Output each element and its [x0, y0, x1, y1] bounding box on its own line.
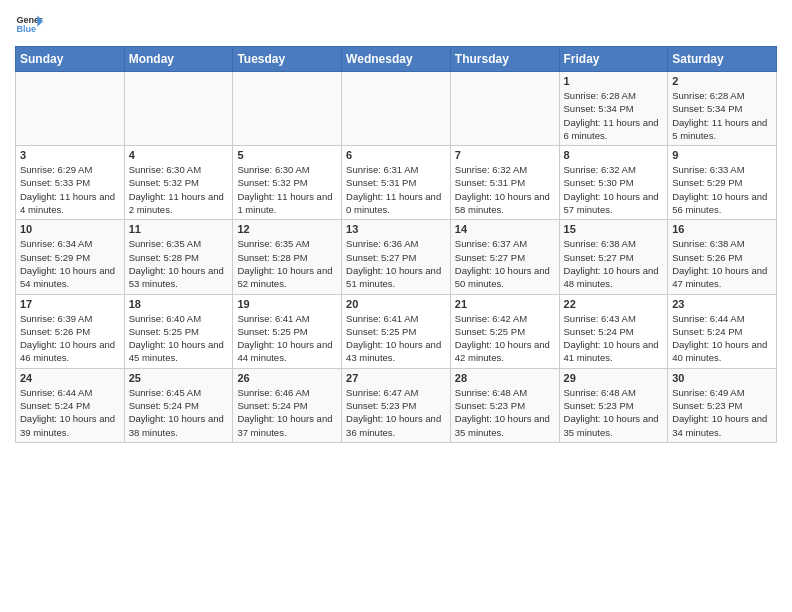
day-number: 14: [455, 223, 555, 235]
day-cell: [450, 72, 559, 146]
day-cell: 5Sunrise: 6:30 AM Sunset: 5:32 PM Daylig…: [233, 146, 342, 220]
day-number: 15: [564, 223, 664, 235]
day-info: Sunrise: 6:28 AM Sunset: 5:34 PM Dayligh…: [672, 89, 772, 142]
day-number: 11: [129, 223, 229, 235]
day-cell: 7Sunrise: 6:32 AM Sunset: 5:31 PM Daylig…: [450, 146, 559, 220]
weekday-header-friday: Friday: [559, 47, 668, 72]
weekday-header-tuesday: Tuesday: [233, 47, 342, 72]
day-info: Sunrise: 6:32 AM Sunset: 5:31 PM Dayligh…: [455, 163, 555, 216]
day-cell: [342, 72, 451, 146]
day-number: 23: [672, 298, 772, 310]
day-number: 19: [237, 298, 337, 310]
day-info: Sunrise: 6:44 AM Sunset: 5:24 PM Dayligh…: [672, 312, 772, 365]
day-cell: 26Sunrise: 6:46 AM Sunset: 5:24 PM Dayli…: [233, 368, 342, 442]
day-info: Sunrise: 6:48 AM Sunset: 5:23 PM Dayligh…: [455, 386, 555, 439]
day-cell: 22Sunrise: 6:43 AM Sunset: 5:24 PM Dayli…: [559, 294, 668, 368]
day-info: Sunrise: 6:29 AM Sunset: 5:33 PM Dayligh…: [20, 163, 120, 216]
day-cell: 8Sunrise: 6:32 AM Sunset: 5:30 PM Daylig…: [559, 146, 668, 220]
day-info: Sunrise: 6:35 AM Sunset: 5:28 PM Dayligh…: [237, 237, 337, 290]
week-row-5: 24Sunrise: 6:44 AM Sunset: 5:24 PM Dayli…: [16, 368, 777, 442]
week-row-1: 1Sunrise: 6:28 AM Sunset: 5:34 PM Daylig…: [16, 72, 777, 146]
day-cell: 17Sunrise: 6:39 AM Sunset: 5:26 PM Dayli…: [16, 294, 125, 368]
day-cell: 29Sunrise: 6:48 AM Sunset: 5:23 PM Dayli…: [559, 368, 668, 442]
page: General Blue SundayMondayTuesdayWednesda…: [0, 0, 792, 453]
day-cell: 30Sunrise: 6:49 AM Sunset: 5:23 PM Dayli…: [668, 368, 777, 442]
day-number: 5: [237, 149, 337, 161]
day-info: Sunrise: 6:49 AM Sunset: 5:23 PM Dayligh…: [672, 386, 772, 439]
day-info: Sunrise: 6:38 AM Sunset: 5:27 PM Dayligh…: [564, 237, 664, 290]
svg-text:Blue: Blue: [16, 24, 36, 34]
day-info: Sunrise: 6:48 AM Sunset: 5:23 PM Dayligh…: [564, 386, 664, 439]
day-number: 25: [129, 372, 229, 384]
day-info: Sunrise: 6:41 AM Sunset: 5:25 PM Dayligh…: [346, 312, 446, 365]
day-cell: 13Sunrise: 6:36 AM Sunset: 5:27 PM Dayli…: [342, 220, 451, 294]
day-cell: [124, 72, 233, 146]
day-info: Sunrise: 6:30 AM Sunset: 5:32 PM Dayligh…: [129, 163, 229, 216]
day-number: 17: [20, 298, 120, 310]
day-number: 24: [20, 372, 120, 384]
day-number: 7: [455, 149, 555, 161]
weekday-header-row: SundayMondayTuesdayWednesdayThursdayFrid…: [16, 47, 777, 72]
week-row-2: 3Sunrise: 6:29 AM Sunset: 5:33 PM Daylig…: [16, 146, 777, 220]
day-info: Sunrise: 6:46 AM Sunset: 5:24 PM Dayligh…: [237, 386, 337, 439]
day-info: Sunrise: 6:42 AM Sunset: 5:25 PM Dayligh…: [455, 312, 555, 365]
day-cell: 18Sunrise: 6:40 AM Sunset: 5:25 PM Dayli…: [124, 294, 233, 368]
day-number: 2: [672, 75, 772, 87]
day-info: Sunrise: 6:39 AM Sunset: 5:26 PM Dayligh…: [20, 312, 120, 365]
day-number: 30: [672, 372, 772, 384]
day-cell: 19Sunrise: 6:41 AM Sunset: 5:25 PM Dayli…: [233, 294, 342, 368]
day-info: Sunrise: 6:32 AM Sunset: 5:30 PM Dayligh…: [564, 163, 664, 216]
day-cell: 11Sunrise: 6:35 AM Sunset: 5:28 PM Dayli…: [124, 220, 233, 294]
day-number: 8: [564, 149, 664, 161]
day-info: Sunrise: 6:33 AM Sunset: 5:29 PM Dayligh…: [672, 163, 772, 216]
day-number: 4: [129, 149, 229, 161]
day-cell: 1Sunrise: 6:28 AM Sunset: 5:34 PM Daylig…: [559, 72, 668, 146]
day-info: Sunrise: 6:34 AM Sunset: 5:29 PM Dayligh…: [20, 237, 120, 290]
day-cell: 2Sunrise: 6:28 AM Sunset: 5:34 PM Daylig…: [668, 72, 777, 146]
weekday-header-thursday: Thursday: [450, 47, 559, 72]
day-info: Sunrise: 6:45 AM Sunset: 5:24 PM Dayligh…: [129, 386, 229, 439]
day-number: 13: [346, 223, 446, 235]
day-number: 16: [672, 223, 772, 235]
weekday-header-saturday: Saturday: [668, 47, 777, 72]
day-cell: 16Sunrise: 6:38 AM Sunset: 5:26 PM Dayli…: [668, 220, 777, 294]
day-cell: 24Sunrise: 6:44 AM Sunset: 5:24 PM Dayli…: [16, 368, 125, 442]
day-number: 1: [564, 75, 664, 87]
day-cell: [16, 72, 125, 146]
day-info: Sunrise: 6:41 AM Sunset: 5:25 PM Dayligh…: [237, 312, 337, 365]
day-info: Sunrise: 6:30 AM Sunset: 5:32 PM Dayligh…: [237, 163, 337, 216]
calendar-table: SundayMondayTuesdayWednesdayThursdayFrid…: [15, 46, 777, 443]
day-number: 26: [237, 372, 337, 384]
day-info: Sunrise: 6:37 AM Sunset: 5:27 PM Dayligh…: [455, 237, 555, 290]
weekday-header-wednesday: Wednesday: [342, 47, 451, 72]
day-info: Sunrise: 6:44 AM Sunset: 5:24 PM Dayligh…: [20, 386, 120, 439]
day-cell: 23Sunrise: 6:44 AM Sunset: 5:24 PM Dayli…: [668, 294, 777, 368]
day-number: 6: [346, 149, 446, 161]
day-info: Sunrise: 6:47 AM Sunset: 5:23 PM Dayligh…: [346, 386, 446, 439]
day-cell: 3Sunrise: 6:29 AM Sunset: 5:33 PM Daylig…: [16, 146, 125, 220]
day-number: 3: [20, 149, 120, 161]
day-cell: 9Sunrise: 6:33 AM Sunset: 5:29 PM Daylig…: [668, 146, 777, 220]
weekday-header-monday: Monday: [124, 47, 233, 72]
day-cell: 4Sunrise: 6:30 AM Sunset: 5:32 PM Daylig…: [124, 146, 233, 220]
day-number: 28: [455, 372, 555, 384]
day-cell: 12Sunrise: 6:35 AM Sunset: 5:28 PM Dayli…: [233, 220, 342, 294]
day-cell: [233, 72, 342, 146]
day-number: 12: [237, 223, 337, 235]
day-number: 18: [129, 298, 229, 310]
day-number: 9: [672, 149, 772, 161]
day-cell: 21Sunrise: 6:42 AM Sunset: 5:25 PM Dayli…: [450, 294, 559, 368]
day-info: Sunrise: 6:31 AM Sunset: 5:31 PM Dayligh…: [346, 163, 446, 216]
day-cell: 27Sunrise: 6:47 AM Sunset: 5:23 PM Dayli…: [342, 368, 451, 442]
day-number: 10: [20, 223, 120, 235]
day-cell: 14Sunrise: 6:37 AM Sunset: 5:27 PM Dayli…: [450, 220, 559, 294]
logo-icon: General Blue: [15, 10, 43, 38]
day-number: 21: [455, 298, 555, 310]
day-cell: 25Sunrise: 6:45 AM Sunset: 5:24 PM Dayli…: [124, 368, 233, 442]
week-row-3: 10Sunrise: 6:34 AM Sunset: 5:29 PM Dayli…: [16, 220, 777, 294]
header: General Blue: [15, 10, 777, 38]
day-number: 29: [564, 372, 664, 384]
day-cell: 6Sunrise: 6:31 AM Sunset: 5:31 PM Daylig…: [342, 146, 451, 220]
week-row-4: 17Sunrise: 6:39 AM Sunset: 5:26 PM Dayli…: [16, 294, 777, 368]
day-number: 20: [346, 298, 446, 310]
